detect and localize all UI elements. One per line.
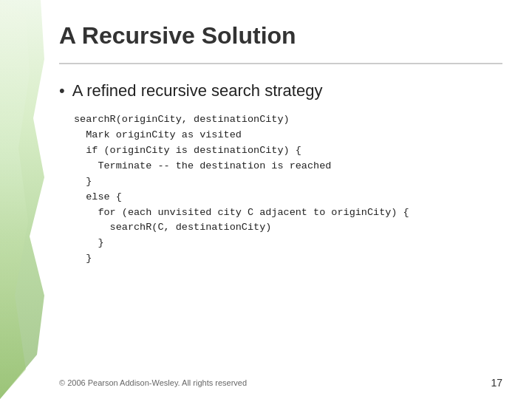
- code-line-2: Mark originCity as visited: [74, 128, 502, 143]
- code-line-10: }: [74, 251, 502, 267]
- code-line-7: for (each unvisited city C adjacent to o…: [74, 205, 502, 221]
- code-line-5: }: [74, 174, 502, 190]
- code-line-3: if (originCity is destinationCity) {: [74, 143, 502, 159]
- code-line-8: searchR(C, destinationCity): [74, 220, 502, 236]
- title-divider: [59, 63, 502, 64]
- code-line-4: Terminate -- the destination is reached: [74, 159, 502, 174]
- code-block: searchR(originCity, destinationCity) Mar…: [74, 112, 502, 267]
- footer-page-number: 17: [491, 377, 502, 389]
- footer: © 2006 Pearson Addison-Wesley. All right…: [59, 377, 502, 389]
- footer-copyright: © 2006 Pearson Addison-Wesley. All right…: [59, 378, 247, 387]
- bullet-dot: •: [59, 81, 65, 100]
- bullet-label: A refined recursive search strategy: [72, 81, 323, 100]
- bullet-section: • A refined recursive search strategy se…: [59, 81, 502, 267]
- code-line-9: }: [74, 236, 502, 251]
- slide: A Recursive Solution • A refined recursi…: [0, 0, 532, 399]
- code-line-6: else {: [74, 190, 502, 205]
- code-line-1: searchR(originCity, destinationCity): [74, 112, 502, 128]
- bullet-point: • A refined recursive search strategy: [59, 81, 502, 100]
- slide-title: A Recursive Solution: [59, 22, 502, 50]
